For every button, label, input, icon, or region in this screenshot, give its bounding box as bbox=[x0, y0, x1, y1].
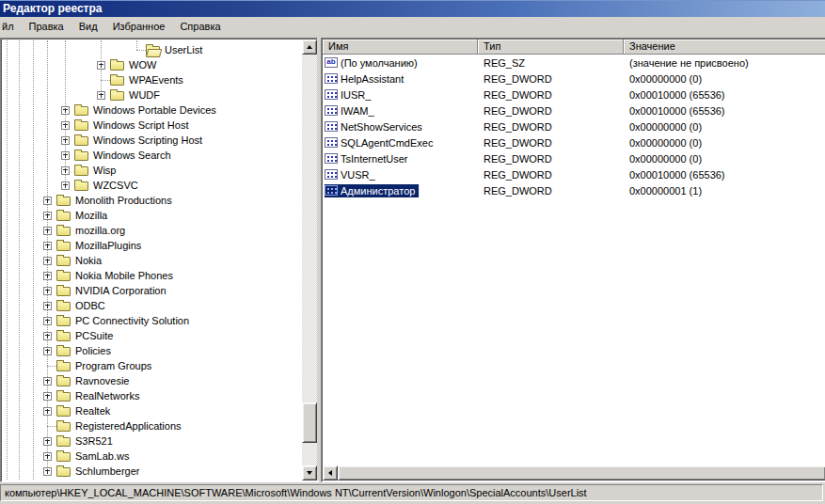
tree-item-label[interactable]: NVIDIA Corporation bbox=[74, 284, 169, 297]
tree-item-label[interactable]: Nokia Mobile Phones bbox=[74, 269, 176, 282]
expand-plus-icon[interactable] bbox=[61, 181, 70, 190]
value-row[interactable]: NetShowServicesREG_DWORD0x00000000 (0) bbox=[323, 118, 825, 134]
expand-plus-icon[interactable] bbox=[43, 302, 52, 310]
tree-item-label[interactable]: S3R521 bbox=[74, 434, 116, 448]
value-name-label[interactable]: VUSR_ bbox=[341, 169, 375, 181]
tree-item[interactable]: Windows Scripting Host bbox=[3, 133, 301, 148]
expand-plus-icon[interactable] bbox=[43, 197, 52, 205]
value-row[interactable]: ab(По умолчанию)REG_SZ(значение не присв… bbox=[323, 55, 825, 71]
tree-item[interactable]: Schlumberger bbox=[3, 464, 301, 479]
value-row[interactable]: VUSR_REG_DWORD0x00010000 (65536) bbox=[323, 166, 825, 182]
value-row[interactable]: SQLAgentCmdExecREG_DWORD0x00000000 (0) bbox=[323, 134, 825, 150]
tree-item[interactable]: Monolith Productions bbox=[3, 193, 301, 208]
values-horizontal-scrollbar[interactable] bbox=[323, 465, 825, 480]
value-name-cell[interactable]: IUSR_ bbox=[323, 88, 478, 102]
tree-item[interactable]: Policies bbox=[3, 343, 301, 358]
expand-plus-icon[interactable] bbox=[43, 212, 52, 220]
tree-item-label[interactable]: Monolith Productions bbox=[74, 194, 175, 207]
tree-item-label[interactable]: Program Groups bbox=[74, 359, 154, 372]
tree-item-label[interactable]: WUDF bbox=[128, 88, 163, 102]
tree-item-label[interactable]: Realtek bbox=[74, 404, 113, 417]
tree-item[interactable]: NVIDIA Corporation bbox=[3, 283, 301, 298]
column-header-type[interactable]: Тип bbox=[478, 39, 624, 55]
tree-item[interactable]: RealNetworks bbox=[3, 388, 301, 403]
tree-item[interactable]: WUDF bbox=[3, 87, 301, 102]
expand-plus-icon[interactable] bbox=[43, 317, 52, 325]
menu-item-view[interactable]: Вид bbox=[71, 18, 105, 35]
tree-item[interactable]: Windows Script Host bbox=[3, 118, 301, 133]
tree-item-label[interactable]: Ravnovesie bbox=[74, 374, 132, 387]
tree-item-label[interactable]: Windows Search bbox=[92, 149, 174, 162]
menu-item-file[interactable]: йл bbox=[0, 18, 22, 35]
tree-item[interactable]: Ravnovesie bbox=[3, 373, 301, 388]
scroll-up-button[interactable] bbox=[302, 39, 317, 55]
tree-item-label[interactable]: Wisp bbox=[92, 164, 119, 177]
expand-plus-icon[interactable] bbox=[97, 61, 105, 70]
expand-plus-icon[interactable] bbox=[43, 347, 52, 355]
tree-item[interactable]: PCSuite bbox=[3, 328, 301, 343]
tree-item[interactable]: WPAEvents bbox=[3, 72, 301, 87]
tree-item[interactable]: mozilla.org bbox=[3, 223, 301, 238]
tree-item-label[interactable]: SamLab.ws bbox=[74, 449, 132, 463]
tree-item-label[interactable]: Windows Script Host bbox=[92, 118, 191, 132]
expand-plus-icon[interactable] bbox=[61, 166, 70, 175]
value-name-cell[interactable]: TsInternetUser bbox=[323, 152, 478, 165]
tree-item-label[interactable]: UserList bbox=[164, 43, 205, 56]
tree-item[interactable]: Realtek bbox=[3, 403, 301, 418]
expand-plus-icon[interactable] bbox=[61, 151, 70, 160]
value-name-inner[interactable]: SQLAgentCmdExec bbox=[325, 136, 436, 150]
value-name-inner[interactable]: VUSR_ bbox=[325, 168, 379, 181]
expand-plus-icon[interactable] bbox=[43, 242, 52, 250]
expand-plus-icon[interactable] bbox=[43, 257, 52, 265]
tree-item[interactable]: UserList bbox=[3, 42, 301, 57]
value-name-cell[interactable]: NetShowServices bbox=[323, 120, 478, 134]
value-name-cell[interactable]: VUSR_ bbox=[323, 168, 478, 181]
column-header-value[interactable]: Значение bbox=[624, 39, 825, 55]
expand-plus-icon[interactable] bbox=[43, 272, 52, 280]
tree-item-label[interactable]: WZCSVC bbox=[92, 179, 141, 192]
tree-item[interactable]: Mozilla bbox=[3, 208, 301, 223]
expand-plus-icon[interactable] bbox=[61, 106, 70, 115]
value-name-label[interactable]: NetShowServices bbox=[341, 121, 422, 133]
value-row[interactable]: IUSR_REG_DWORD0x00010000 (65536) bbox=[323, 87, 825, 102]
tree-item[interactable]: SamLab.ws bbox=[3, 449, 301, 464]
tree-item-label[interactable]: RegisteredApplications bbox=[74, 419, 184, 433]
scroll-thumb[interactable] bbox=[302, 402, 317, 443]
tree-item-label[interactable]: Mozilla bbox=[74, 209, 110, 222]
tree-item[interactable]: S3R521 bbox=[3, 433, 301, 449]
value-name-inner[interactable]: IWAM_ bbox=[325, 104, 378, 118]
tree-item[interactable]: Windows Portable Devices bbox=[3, 102, 301, 118]
value-name-inner[interactable]: NetShowServices bbox=[325, 120, 426, 134]
expand-plus-icon[interactable] bbox=[61, 121, 70, 130]
tree-item[interactable]: Nokia Mobile Phones bbox=[3, 268, 301, 283]
value-name-label[interactable]: SQLAgentCmdExec bbox=[341, 137, 433, 149]
tree-item-label[interactable]: Windows Portable Devices bbox=[92, 103, 219, 117]
expand-plus-icon[interactable] bbox=[43, 452, 52, 461]
value-row[interactable]: АдминистраторREG_DWORD0x00000001 (1) bbox=[323, 182, 825, 198]
expand-plus-icon[interactable] bbox=[43, 467, 52, 476]
scroll-down-button[interactable] bbox=[302, 465, 317, 480]
value-row[interactable]: TsInternetUserREG_DWORD0x00000000 (0) bbox=[323, 150, 825, 166]
value-name-inner[interactable]: TsInternetUser bbox=[325, 152, 412, 165]
scroll-track[interactable] bbox=[302, 55, 317, 465]
value-name-inner[interactable]: Администратор bbox=[325, 184, 419, 197]
tree-item[interactable]: Wisp bbox=[3, 163, 301, 178]
expand-plus-icon[interactable] bbox=[43, 287, 52, 295]
value-name-inner[interactable]: ab(По умолчанию) bbox=[325, 56, 421, 70]
tree-item[interactable]: Windows Search bbox=[3, 148, 301, 163]
tree-item-label[interactable]: Schlumberger bbox=[74, 465, 142, 478]
value-row[interactable]: HelpAssistantREG_DWORD0x00000000 (0) bbox=[323, 71, 825, 87]
value-name-cell[interactable]: SQLAgentCmdExec bbox=[323, 136, 478, 150]
tree-vertical-scrollbar[interactable] bbox=[302, 39, 317, 480]
tree-item[interactable]: Nokia bbox=[3, 253, 301, 268]
tree-item-label[interactable]: WPAEvents bbox=[128, 73, 186, 87]
expand-plus-icon[interactable] bbox=[43, 332, 52, 340]
tree-item[interactable]: WOW bbox=[3, 57, 301, 72]
tree-item-label[interactable]: Policies bbox=[74, 344, 114, 357]
value-name-cell[interactable]: HelpAssistant bbox=[323, 72, 478, 86]
value-name-cell[interactable]: ab(По умолчанию) bbox=[323, 56, 478, 70]
tree-item-label[interactable]: PC Connectivity Solution bbox=[74, 314, 192, 327]
menu-item-help[interactable]: Справка bbox=[172, 18, 228, 35]
value-row[interactable]: IWAM_REG_DWORD0x00010000 (65536) bbox=[323, 102, 825, 118]
tree-item[interactable]: PC Connectivity Solution bbox=[3, 313, 301, 328]
